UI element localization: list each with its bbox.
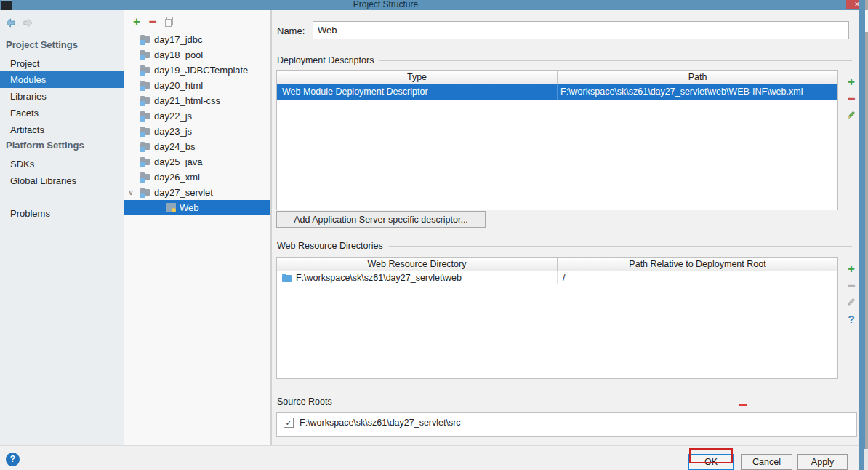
sidebar-item-artifacts[interactable]: Artifacts xyxy=(0,122,124,138)
window-edge-strip xyxy=(859,0,865,470)
help-icon[interactable]: ? xyxy=(844,311,859,328)
settings-sidebar: Project Settings Project Modules Librari… xyxy=(0,10,124,445)
module-tree: day17_jdbc day18_pool day19_JDBCTemplate… xyxy=(124,32,270,215)
tree-row[interactable]: day19_JDBCTemplate xyxy=(124,63,270,78)
tree-row[interactable]: day22_js xyxy=(124,108,270,124)
web-facet-icon xyxy=(166,203,176,212)
column-header-path: Path xyxy=(558,71,837,84)
tree-row[interactable]: day26_xml xyxy=(124,170,270,185)
module-icon xyxy=(140,127,150,136)
column-header-type: Type xyxy=(277,71,558,84)
help-button[interactable]: ? xyxy=(6,453,20,466)
window-title: Project Structure xyxy=(0,0,771,10)
chevron-down-icon[interactable]: ∨ xyxy=(128,185,134,200)
module-icon xyxy=(140,65,150,75)
desktop-edge-light xyxy=(865,10,868,32)
resource-directory-actions: + − ? xyxy=(844,261,859,328)
deployment-descriptors-table: Type Path Web Module Deployment Descript… xyxy=(276,70,838,210)
dialog-footer: ? OK Cancel Apply xyxy=(0,445,859,470)
module-icon xyxy=(140,172,150,182)
sidebar-item-sdks[interactable]: SDKs xyxy=(0,156,124,172)
background-window-fragment xyxy=(864,449,868,470)
module-icon xyxy=(140,50,150,60)
desktop-edge xyxy=(865,0,868,470)
descriptor-actions: + − xyxy=(844,74,859,124)
tree-row[interactable]: day20_html xyxy=(124,78,270,93)
edit-icon[interactable] xyxy=(844,108,859,124)
module-icon xyxy=(140,188,150,197)
add-icon[interactable]: + xyxy=(844,74,859,91)
column-header-relative-path: Path Relative to Deployment Root xyxy=(558,258,837,271)
tree-row-day27-servlet[interactable]: ∨day27_servlet xyxy=(124,185,270,200)
modules-toolbar: + − xyxy=(124,14,174,30)
name-input[interactable] xyxy=(313,21,849,39)
tree-row[interactable]: day25_java xyxy=(124,154,270,170)
tree-row[interactable]: day17_jdbc xyxy=(124,32,270,47)
module-icon xyxy=(140,111,150,121)
add-module-icon[interactable]: + xyxy=(129,15,145,29)
tree-row[interactable]: day18_pool xyxy=(124,47,270,63)
source-root-entry[interactable]: ✓ F:\workspace\sk\sz61\day27_servlet\src xyxy=(284,418,461,428)
module-icon xyxy=(140,35,150,44)
back-icon[interactable] xyxy=(5,17,16,28)
forward-icon[interactable] xyxy=(23,17,33,28)
copy-module-icon[interactable] xyxy=(165,17,174,27)
source-roots-group: Source Roots xyxy=(277,397,852,407)
source-root-path: F:\workspace\sk\sz61\day27_servlet\src xyxy=(300,418,461,428)
project-structure-dialog: Project Structure ✕ Project Settings Pro… xyxy=(0,0,868,470)
deployment-descriptors-group: Deployment Descriptors xyxy=(277,55,852,65)
remove-icon[interactable]: − xyxy=(844,91,859,108)
cancel-button[interactable]: Cancel xyxy=(741,454,792,470)
tree-row-web-facet[interactable]: Web xyxy=(124,200,270,215)
tree-row[interactable]: day21_html-css xyxy=(124,93,270,108)
sidebar-item-libraries[interactable]: Libraries xyxy=(0,88,124,105)
module-icon xyxy=(140,157,150,167)
table-row-resource-directory[interactable]: F:\workspace\sk\sz61\day27_servlet\web / xyxy=(277,271,837,284)
web-resource-directories-table: Web Resource Directory Path Relative to … xyxy=(276,257,838,379)
folder-icon xyxy=(282,274,292,282)
ok-button[interactable]: OK xyxy=(688,454,734,470)
tree-row[interactable]: day24_bs xyxy=(124,139,270,154)
web-resource-directories-group: Web Resource Directories xyxy=(277,241,852,251)
sidebar-item-problems[interactable]: Problems xyxy=(0,205,124,222)
module-icon xyxy=(140,96,150,105)
project-settings-header: Project Settings xyxy=(6,39,78,50)
sidebar-item-global-libraries[interactable]: Global Libraries xyxy=(0,172,124,189)
tree-row[interactable]: day23_js xyxy=(124,124,270,139)
edit-icon-disabled xyxy=(844,295,859,311)
module-icon xyxy=(140,142,150,151)
app-icon xyxy=(1,0,12,11)
titlebar: Project Structure xyxy=(0,0,859,10)
table-row-descriptor[interactable]: Web Module Deployment Descriptor F:\work… xyxy=(277,84,837,100)
module-icon xyxy=(140,81,150,90)
sidebar-item-project[interactable]: Project xyxy=(0,55,124,72)
apply-button[interactable]: Apply xyxy=(797,454,848,470)
sidebar-item-modules[interactable]: Modules xyxy=(0,71,124,88)
add-icon[interactable]: + xyxy=(844,261,859,278)
sidebar-divider xyxy=(0,194,124,194)
column-header-web-resource-directory: Web Resource Directory xyxy=(277,258,558,271)
add-app-server-descriptor-button[interactable]: Add Application Server specific descript… xyxy=(276,211,486,228)
sidebar-item-facets[interactable]: Facets xyxy=(0,105,124,122)
modules-panel: + − day17_jdbc day18_pool day19_JDBCTemp… xyxy=(124,10,271,445)
source-root-checkbox[interactable]: ✓ xyxy=(284,418,294,428)
facet-editor-panel: Name: Deployment Descriptors Type Path W… xyxy=(271,10,859,445)
red-annotation-dash xyxy=(739,404,747,406)
source-roots-list: ✓ F:\workspace\sk\sz61\day27_servlet\src xyxy=(276,412,857,437)
remove-module-icon[interactable]: − xyxy=(145,15,161,29)
name-label: Name: xyxy=(277,25,305,36)
platform-settings-header: Platform Settings xyxy=(6,140,84,151)
remove-icon-disabled: − xyxy=(844,278,859,295)
